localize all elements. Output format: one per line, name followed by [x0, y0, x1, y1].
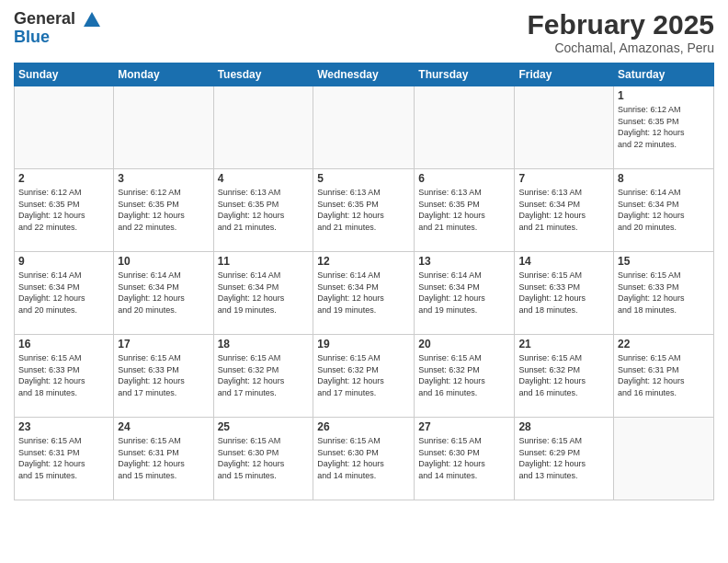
- table-row: 13Sunrise: 6:14 AM Sunset: 6:34 PM Dayli…: [415, 252, 515, 335]
- day-info: Sunrise: 6:14 AM Sunset: 6:34 PM Dayligh…: [218, 270, 310, 316]
- table-row: 28Sunrise: 6:15 AM Sunset: 6:29 PM Dayli…: [515, 418, 614, 500]
- svg-marker-0: [84, 12, 100, 27]
- table-row: 9Sunrise: 6:14 AM Sunset: 6:34 PM Daylig…: [15, 252, 114, 335]
- day-info: Sunrise: 6:14 AM Sunset: 6:34 PM Dayligh…: [618, 187, 710, 233]
- table-row: 12Sunrise: 6:14 AM Sunset: 6:34 PM Dayli…: [313, 252, 415, 335]
- table-row: 6Sunrise: 6:13 AM Sunset: 6:35 PM Daylig…: [415, 169, 515, 252]
- day-number: 11: [218, 255, 310, 268]
- table-row: 24Sunrise: 6:15 AM Sunset: 6:31 PM Dayli…: [114, 418, 213, 500]
- table-row: [515, 86, 614, 169]
- col-wednesday: Wednesday: [313, 63, 415, 86]
- day-info: Sunrise: 6:12 AM Sunset: 6:35 PM Dayligh…: [618, 104, 710, 150]
- day-info: Sunrise: 6:14 AM Sunset: 6:34 PM Dayligh…: [418, 270, 510, 316]
- table-row: [114, 86, 213, 169]
- day-number: 1: [618, 89, 710, 102]
- day-info: Sunrise: 6:14 AM Sunset: 6:34 PM Dayligh…: [118, 270, 209, 316]
- day-info: Sunrise: 6:15 AM Sunset: 6:33 PM Dayligh…: [18, 352, 109, 398]
- table-row: 15Sunrise: 6:15 AM Sunset: 6:33 PM Dayli…: [614, 252, 714, 335]
- day-number: 20: [418, 338, 510, 350]
- col-monday: Monday: [114, 63, 213, 86]
- day-info: Sunrise: 6:15 AM Sunset: 6:29 PM Dayligh…: [518, 435, 609, 481]
- logo-text: General Blue: [14, 9, 102, 47]
- table-row: 4Sunrise: 6:13 AM Sunset: 6:35 PM Daylig…: [213, 169, 313, 252]
- day-info: Sunrise: 6:15 AM Sunset: 6:33 PM Dayligh…: [518, 270, 609, 316]
- day-number: 14: [518, 255, 609, 268]
- table-row: 8Sunrise: 6:14 AM Sunset: 6:34 PM Daylig…: [614, 169, 714, 252]
- day-number: 13: [418, 255, 510, 268]
- day-number: 26: [317, 420, 410, 433]
- table-row: 3Sunrise: 6:12 AM Sunset: 6:35 PM Daylig…: [114, 169, 213, 252]
- logo-blue: Blue: [14, 28, 102, 47]
- day-info: Sunrise: 6:12 AM Sunset: 6:35 PM Dayligh…: [118, 187, 209, 233]
- table-row: [15, 86, 114, 169]
- calendar-week-row: 23Sunrise: 6:15 AM Sunset: 6:31 PM Dayli…: [15, 418, 714, 500]
- logo-icon: [82, 10, 102, 29]
- table-row: 11Sunrise: 6:14 AM Sunset: 6:34 PM Dayli…: [213, 252, 313, 335]
- title-block: February 2025 Cochamal, Amazonas, Peru: [528, 9, 714, 55]
- table-row: 18Sunrise: 6:15 AM Sunset: 6:32 PM Dayli…: [213, 335, 313, 418]
- day-number: 4: [218, 172, 310, 185]
- col-tuesday: Tuesday: [213, 63, 313, 86]
- table-row: 5Sunrise: 6:13 AM Sunset: 6:35 PM Daylig…: [313, 169, 415, 252]
- day-number: 12: [317, 255, 410, 268]
- day-info: Sunrise: 6:13 AM Sunset: 6:35 PM Dayligh…: [418, 187, 510, 233]
- day-info: Sunrise: 6:15 AM Sunset: 6:31 PM Dayligh…: [618, 352, 710, 398]
- page-subtitle: Cochamal, Amazonas, Peru: [528, 40, 714, 55]
- table-row: 2Sunrise: 6:12 AM Sunset: 6:35 PM Daylig…: [15, 169, 114, 252]
- day-info: Sunrise: 6:15 AM Sunset: 6:32 PM Dayligh…: [418, 352, 510, 398]
- day-number: 21: [518, 338, 609, 350]
- day-info: Sunrise: 6:15 AM Sunset: 6:32 PM Dayligh…: [218, 352, 310, 398]
- day-info: Sunrise: 6:14 AM Sunset: 6:34 PM Dayligh…: [317, 270, 410, 316]
- table-row: [213, 86, 313, 169]
- table-row: 1Sunrise: 6:12 AM Sunset: 6:35 PM Daylig…: [614, 86, 714, 169]
- day-info: Sunrise: 6:15 AM Sunset: 6:33 PM Dayligh…: [118, 352, 209, 398]
- day-info: Sunrise: 6:13 AM Sunset: 6:34 PM Dayligh…: [518, 187, 609, 233]
- table-row: 19Sunrise: 6:15 AM Sunset: 6:32 PM Dayli…: [313, 335, 415, 418]
- day-info: Sunrise: 6:15 AM Sunset: 6:30 PM Dayligh…: [218, 435, 310, 481]
- col-friday: Friday: [515, 63, 614, 86]
- day-number: 22: [618, 338, 710, 350]
- calendar-week-row: 9Sunrise: 6:14 AM Sunset: 6:34 PM Daylig…: [15, 252, 714, 335]
- logo: General Blue: [14, 9, 102, 47]
- day-number: 2: [18, 172, 109, 185]
- day-number: 3: [118, 172, 209, 185]
- table-row: [614, 418, 714, 500]
- col-thursday: Thursday: [415, 63, 515, 86]
- day-info: Sunrise: 6:14 AM Sunset: 6:34 PM Dayligh…: [18, 270, 109, 316]
- col-saturday: Saturday: [614, 63, 714, 86]
- calendar-header-row: Sunday Monday Tuesday Wednesday Thursday…: [15, 63, 714, 86]
- calendar-week-row: 2Sunrise: 6:12 AM Sunset: 6:35 PM Daylig…: [15, 169, 714, 252]
- day-info: Sunrise: 6:15 AM Sunset: 6:30 PM Dayligh…: [317, 435, 410, 481]
- day-number: 6: [418, 172, 510, 185]
- table-row: 21Sunrise: 6:15 AM Sunset: 6:32 PM Dayli…: [515, 335, 614, 418]
- table-row: 27Sunrise: 6:15 AM Sunset: 6:30 PM Dayli…: [415, 418, 515, 500]
- calendar-table: Sunday Monday Tuesday Wednesday Thursday…: [14, 63, 714, 500]
- page-title: February 2025: [528, 9, 714, 40]
- day-number: 10: [118, 255, 209, 268]
- table-row: [313, 86, 415, 169]
- day-info: Sunrise: 6:15 AM Sunset: 6:30 PM Dayligh…: [418, 435, 510, 481]
- col-sunday: Sunday: [15, 63, 114, 86]
- day-number: 18: [218, 338, 310, 350]
- day-number: 27: [418, 420, 510, 433]
- day-number: 5: [317, 172, 410, 185]
- calendar-week-row: 16Sunrise: 6:15 AM Sunset: 6:33 PM Dayli…: [15, 335, 714, 418]
- table-row: 25Sunrise: 6:15 AM Sunset: 6:30 PM Dayli…: [213, 418, 313, 500]
- day-number: 9: [18, 255, 109, 268]
- day-info: Sunrise: 6:13 AM Sunset: 6:35 PM Dayligh…: [218, 187, 310, 233]
- table-row: 7Sunrise: 6:13 AM Sunset: 6:34 PM Daylig…: [515, 169, 614, 252]
- day-info: Sunrise: 6:15 AM Sunset: 6:32 PM Dayligh…: [518, 352, 609, 398]
- day-number: 17: [118, 338, 209, 350]
- logo-general: General: [14, 9, 75, 28]
- page: General Blue February 2025 Cochamal, Ama…: [0, 0, 728, 563]
- day-number: 15: [618, 255, 710, 268]
- day-info: Sunrise: 6:15 AM Sunset: 6:31 PM Dayligh…: [118, 435, 209, 481]
- day-number: 19: [317, 338, 410, 350]
- table-row: 14Sunrise: 6:15 AM Sunset: 6:33 PM Dayli…: [515, 252, 614, 335]
- day-number: 16: [18, 338, 109, 350]
- table-row: [415, 86, 515, 169]
- day-info: Sunrise: 6:15 AM Sunset: 6:31 PM Dayligh…: [18, 435, 109, 481]
- table-row: 20Sunrise: 6:15 AM Sunset: 6:32 PM Dayli…: [415, 335, 515, 418]
- calendar-week-row: 1Sunrise: 6:12 AM Sunset: 6:35 PM Daylig…: [15, 86, 714, 169]
- day-number: 28: [518, 420, 609, 433]
